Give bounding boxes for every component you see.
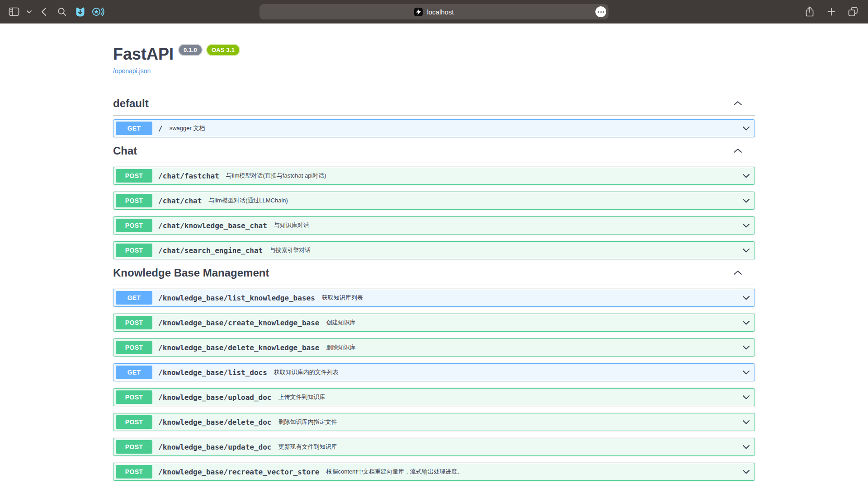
method-badge: POST bbox=[116, 440, 152, 454]
endpoint-description: 创建知识库 bbox=[326, 319, 355, 327]
section-endpoints: GET /knowledge_base/list_knowledge_bases… bbox=[113, 285, 755, 481]
page-title: FastAPI 0.1.0 OAS 3.1 bbox=[113, 44, 755, 64]
expand-endpoint-icon bbox=[742, 320, 750, 325]
api-sections: default GET / swagger 文档 Chat POST /chat… bbox=[113, 97, 755, 481]
endpoint-description: 与llm模型对话(通过LLMChain) bbox=[208, 197, 288, 205]
section-endpoints: GET / swagger 文档 bbox=[113, 116, 755, 137]
waves-star-extension-icon bbox=[92, 6, 104, 17]
tab-overview-icon bbox=[848, 7, 858, 17]
version-badge: 0.1.0 bbox=[179, 45, 202, 55]
method-badge: POST bbox=[116, 219, 152, 232]
sidebar-toggle-button[interactable] bbox=[6, 4, 22, 19]
endpoint-row[interactable]: GET /knowledge_base/list_docs 获取知识库内的文件列… bbox=[113, 363, 755, 381]
expand-endpoint-icon bbox=[742, 223, 750, 228]
extension-waves-button[interactable] bbox=[90, 4, 106, 19]
ellipsis-icon bbox=[598, 11, 599, 13]
expand-endpoint-icon bbox=[742, 296, 750, 300]
endpoint-description: 删除知识库 bbox=[326, 343, 355, 352]
back-button[interactable] bbox=[36, 4, 52, 19]
search-button[interactable] bbox=[54, 4, 70, 19]
extensions-menu-button[interactable] bbox=[595, 6, 606, 17]
toolbar-right-group bbox=[802, 4, 868, 19]
expand-endpoint-icon bbox=[742, 174, 750, 178]
lightning-bolt-icon bbox=[416, 9, 421, 15]
endpoint-path: /knowledge_base/list_docs bbox=[158, 368, 267, 377]
endpoint-description: 删除知识库内指定文件 bbox=[278, 418, 337, 426]
endpoint-row[interactable]: POST /knowledge_base/update_doc 更新现有文件到知… bbox=[113, 438, 755, 456]
method-badge: POST bbox=[116, 390, 152, 404]
method-badge: POST bbox=[116, 316, 152, 329]
browser-toolbar: localhost bbox=[0, 0, 868, 23]
endpoint-row[interactable]: POST /knowledge_base/upload_doc 上传文件到知识库 bbox=[113, 388, 755, 406]
toolbar-left-group bbox=[0, 4, 106, 19]
address-bar[interactable]: localhost bbox=[259, 4, 609, 19]
method-badge: POST bbox=[116, 244, 152, 257]
plus-icon bbox=[827, 8, 835, 16]
collapse-section-icon bbox=[733, 148, 742, 153]
api-info: FastAPI 0.1.0 OAS 3.1 /openapi.json bbox=[113, 44, 755, 75]
method-badge: POST bbox=[116, 415, 152, 429]
search-icon bbox=[57, 7, 66, 16]
section-header[interactable]: default bbox=[113, 97, 755, 116]
method-badge: POST bbox=[116, 465, 152, 479]
endpoint-description: 与知识库对话 bbox=[274, 221, 309, 230]
expand-endpoint-icon bbox=[742, 370, 750, 375]
endpoint-path: /chat/chat bbox=[158, 197, 202, 205]
expand-endpoint-icon bbox=[742, 248, 750, 253]
api-title: FastAPI bbox=[113, 44, 174, 64]
collapse-section-icon bbox=[733, 270, 742, 275]
endpoint-row[interactable]: POST /chat/fastchat 与llm模型对话(直接与fastchat… bbox=[113, 167, 755, 185]
endpoint-row[interactable]: POST /knowledge_base/create_knowledge_ba… bbox=[113, 314, 755, 332]
expand-endpoint-icon bbox=[742, 469, 750, 474]
endpoint-description: 获取知识库内的文件列表 bbox=[274, 368, 339, 376]
endpoint-row[interactable]: POST /knowledge_base/recreate_vector_sto… bbox=[113, 463, 755, 481]
expand-endpoint-icon bbox=[742, 420, 750, 425]
endpoint-path: /knowledge_base/delete_doc bbox=[158, 418, 271, 427]
swagger-ui: FastAPI 0.1.0 OAS 3.1 /openapi.json defa… bbox=[113, 0, 755, 481]
api-section: default GET / swagger 文档 bbox=[113, 97, 755, 137]
endpoint-row[interactable]: POST /knowledge_base/delete_doc 删除知识库内指定… bbox=[113, 413, 755, 431]
endpoint-description: 更新现有文件到知识库 bbox=[278, 443, 337, 451]
sidebar-menu-button[interactable] bbox=[24, 4, 33, 19]
shield-extension-icon bbox=[75, 6, 86, 17]
endpoint-row[interactable]: POST /knowledge_base/delete_knowledge_ba… bbox=[113, 338, 755, 357]
endpoint-description: 获取知识库列表 bbox=[322, 294, 363, 302]
api-section: Knowledge Base Management GET /knowledge… bbox=[113, 266, 755, 481]
extension-shield-button[interactable] bbox=[72, 4, 88, 19]
sidebar-icon bbox=[9, 7, 19, 16]
method-badge: POST bbox=[116, 341, 152, 354]
method-badge: GET bbox=[116, 291, 152, 305]
endpoint-row[interactable]: POST /chat/chat 与llm模型对话(通过LLMChain) bbox=[113, 192, 755, 210]
endpoint-path: /knowledge_base/recreate_vector_store bbox=[158, 468, 319, 476]
method-badge: GET bbox=[116, 122, 152, 135]
collapse-section-icon bbox=[733, 101, 742, 106]
endpoint-path: /knowledge_base/delete_knowledge_base bbox=[158, 343, 319, 352]
endpoint-path: /knowledge_base/update_doc bbox=[158, 443, 271, 451]
openapi-spec-link[interactable]: /openapi.json bbox=[113, 67, 151, 75]
expand-endpoint-icon bbox=[742, 445, 750, 450]
section-title: Knowledge Base Management bbox=[113, 266, 269, 279]
chevron-down-icon bbox=[27, 10, 32, 14]
endpoint-path: /knowledge_base/create_knowledge_base bbox=[158, 319, 319, 327]
share-button[interactable] bbox=[802, 4, 817, 19]
endpoint-path: /chat/knowledge_base_chat bbox=[158, 221, 267, 230]
site-favicon bbox=[414, 8, 423, 16]
expand-endpoint-icon bbox=[742, 345, 750, 350]
endpoint-description: 根据content中文档重建向量库，流式输出处理进度。 bbox=[326, 468, 463, 476]
new-tab-button[interactable] bbox=[824, 4, 839, 19]
endpoint-row[interactable]: POST /chat/knowledge_base_chat 与知识库对话 bbox=[113, 216, 755, 235]
endpoint-path: / bbox=[158, 124, 163, 133]
section-header[interactable]: Knowledge Base Management bbox=[113, 266, 755, 285]
endpoint-row[interactable]: GET / swagger 文档 bbox=[113, 119, 755, 137]
endpoint-row[interactable]: GET /knowledge_base/list_knowledge_bases… bbox=[113, 289, 755, 307]
endpoint-description: 上传文件到知识库 bbox=[278, 393, 325, 401]
method-badge: POST bbox=[116, 169, 152, 183]
back-chevron-icon bbox=[41, 7, 47, 16]
endpoint-path: /knowledge_base/upload_doc bbox=[158, 393, 271, 402]
method-badge: POST bbox=[116, 194, 152, 207]
tab-overview-button[interactable] bbox=[845, 4, 861, 19]
endpoint-row[interactable]: POST /chat/search_engine_chat 与搜索引擎对话 bbox=[113, 241, 755, 259]
section-header[interactable]: Chat bbox=[113, 144, 755, 163]
section-title: Chat bbox=[113, 144, 137, 157]
section-endpoints: POST /chat/fastchat 与llm模型对话(直接与fastchat… bbox=[113, 163, 755, 259]
